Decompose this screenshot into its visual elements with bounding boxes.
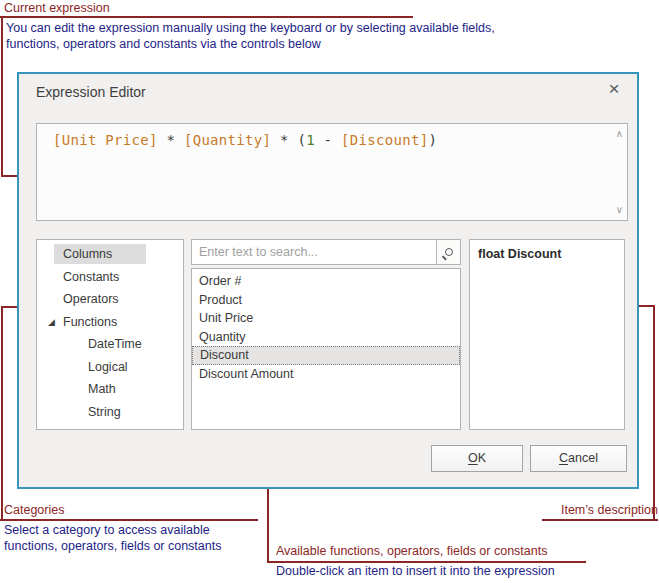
expression-editor-dialog: Expression Editor × [Unit Price] * [Quan… (17, 72, 639, 489)
expression-input[interactable]: [Unit Price] * [Quantity] * (1 - [Discou… (36, 123, 628, 221)
annotation-categories-note: Select a category to access available fu… (4, 522, 221, 554)
annotation-note-line: You can edit the expression manually usi… (6, 20, 495, 36)
category-item-columns[interactable]: Columns (37, 243, 183, 266)
annotation-item-description-label: Item’s description (561, 503, 658, 517)
cancel-button-label: ancel (568, 451, 598, 465)
expand-collapse-icon[interactable]: ◢ (48, 311, 55, 334)
category-label: Operators (63, 292, 119, 306)
expression-token: * (271, 132, 297, 148)
category-item-functions[interactable]: ◢ Functions (37, 311, 183, 334)
expression-text: [Unit Price] * [Quantity] * (1 - [Discou… (53, 132, 437, 148)
search-button[interactable] (436, 240, 460, 264)
callout-vline-categories (1, 306, 3, 521)
category-item-math[interactable]: Math (37, 378, 183, 401)
expression-token: - (315, 132, 341, 148)
item-description-panel: float Discount (469, 239, 625, 430)
category-label: DateTime (88, 337, 142, 351)
expression-token: [Unit Price] (53, 132, 158, 148)
callout-underline-current-expression (0, 16, 413, 18)
scroll-down-icon[interactable]: ∨ (616, 205, 623, 215)
category-label: Constants (63, 270, 119, 284)
annotation-current-expression-label-text: Current expression (4, 1, 110, 15)
annotation-current-expression-note: You can edit the expression manually usi… (6, 20, 495, 52)
category-item-operators[interactable]: Operators (37, 288, 183, 311)
category-label: String (88, 405, 121, 419)
search-input[interactable] (192, 240, 436, 264)
list-item-product[interactable]: Product (192, 291, 460, 310)
category-item-string[interactable]: String (37, 401, 183, 424)
annotation-categories-label: Categories (4, 503, 64, 517)
expression-token: ) (428, 132, 437, 148)
annotation-note-line: functions, operators and constants via t… (6, 36, 495, 52)
expression-token: [Quantity] (184, 132, 271, 148)
fields-list: Order # Product Unit Price Quantity Disc… (191, 268, 461, 430)
search-icon (445, 248, 453, 256)
callout-underline-item-description (542, 519, 658, 521)
callout-vline-current-expression (1, 16, 3, 177)
list-item-unit-price[interactable]: Unit Price (192, 309, 460, 328)
annotation-note-line: Select a category to access available (4, 522, 221, 538)
category-item-datetime[interactable]: DateTime (37, 333, 183, 356)
close-icon[interactable]: × (603, 78, 625, 100)
annotation-note-line: functions, operators, fields or constant… (4, 538, 221, 554)
categories-list: Columns Constants Operators ◢ Functions … (36, 239, 184, 430)
dialog-title: Expression Editor (36, 84, 146, 100)
category-item-constants[interactable]: Constants (37, 266, 183, 289)
category-label: Functions (63, 315, 117, 329)
category-label: Logical (88, 360, 128, 374)
annotation-available-items-label: Available functions, operators, fields o… (276, 544, 547, 558)
ok-button-label: K (478, 451, 486, 465)
annotation-available-items-note: Double-click an item to insert it into t… (276, 563, 555, 579)
category-label: Math (88, 382, 116, 396)
expression-token: [Discount] (341, 132, 428, 148)
expression-token: ( (297, 132, 306, 148)
search-box (191, 239, 461, 265)
category-item-logical[interactable]: Logical (37, 356, 183, 379)
ok-button[interactable]: OK (431, 445, 523, 472)
expression-token: 1 (306, 132, 315, 148)
callout-underline-categories (0, 519, 258, 521)
cancel-button-mnemonic: C (559, 451, 568, 465)
expression-token: * (158, 132, 184, 148)
screenshot-root: Current expression You can edit the expr… (0, 0, 659, 583)
list-item-order-number[interactable]: Order # (192, 272, 460, 291)
list-item-discount-amount[interactable]: Discount Amount (192, 365, 460, 384)
list-item-quantity[interactable]: Quantity (192, 328, 460, 347)
cancel-button[interactable]: Cancel (530, 445, 627, 472)
scroll-up-icon[interactable]: ∧ (616, 129, 623, 139)
list-item-discount[interactable]: Discount (192, 346, 460, 365)
callout-vline-item-description (653, 305, 655, 521)
category-label: Columns (63, 247, 112, 261)
item-description-text: float Discount (478, 247, 561, 261)
ok-button-mnemonic: O (468, 451, 478, 465)
